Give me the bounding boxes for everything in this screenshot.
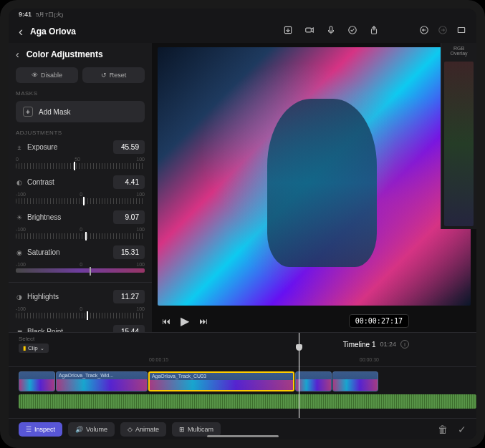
status-bar: 9:41 5月7日(火) <box>9 9 476 20</box>
timeline-clip[interactable] <box>332 371 378 391</box>
clip-label: AgaOrlova_Track_Wid... <box>59 373 113 378</box>
import-icon[interactable] <box>283 25 293 38</box>
share-icon[interactable] <box>369 25 379 38</box>
adjustment-highlights: ◑Highlights 11.27 -1000100 <box>16 290 145 319</box>
viewer-area: ⏮ ▶ ⏭ 00:00:27:17 <box>152 43 476 332</box>
fullscreen-icon[interactable] <box>456 25 466 38</box>
svg-rect-2 <box>330 26 332 31</box>
adjustments-section-label: ADJUSTMENTS <box>16 130 145 136</box>
adjustment-brightness: ☀Brightness 9.07 -1000100 <box>16 210 145 240</box>
reset-button[interactable]: ↺ Reset <box>82 67 145 83</box>
voiceover-icon[interactable] <box>326 25 336 38</box>
clip-label: AgaOrlova_Track_CU03 <box>152 374 206 379</box>
animate-icon: ◇ <box>128 426 133 433</box>
playhead[interactable] <box>299 333 299 418</box>
inspect-icon: ☰ <box>26 426 32 433</box>
adjustment-slider[interactable]: -1000100 <box>16 262 145 275</box>
timeline-name: Timeline 1 <box>343 341 376 349</box>
home-indicator[interactable] <box>207 435 279 437</box>
status-time: 9:41 <box>19 11 32 18</box>
clip-selector[interactable]: ▮ Clip ⌄ <box>19 344 49 353</box>
adjustment-black-point: ◼Black Point 15.44 -1000100 <box>16 325 145 332</box>
animate-button[interactable]: ◇ Animate <box>120 422 166 437</box>
scope-label: RGB Overlay <box>441 43 476 59</box>
video-viewer[interactable] <box>158 47 471 306</box>
adjustment-label: Saturation <box>27 248 60 256</box>
redo-icon[interactable] <box>438 25 448 38</box>
adjustment-label: Contrast <box>27 178 54 186</box>
adjustment-label: Exposure <box>27 143 57 151</box>
play-button[interactable]: ▶ <box>181 314 189 328</box>
playback-controls: ⏮ ▶ ⏭ 00:00:27:17 <box>152 310 476 332</box>
volume-icon: 🔊 <box>75 426 83 433</box>
eye-icon: 👁 <box>32 72 38 79</box>
volume-button[interactable]: 🔊 Volume <box>68 422 115 437</box>
timeline-ruler[interactable]: 00:00:15 00:00:30 <box>9 356 476 367</box>
ruler-tick: 00:00:30 <box>360 357 379 362</box>
camera-icon[interactable] <box>304 25 314 38</box>
reset-icon: ↺ <box>101 72 107 79</box>
masks-section-label: MASKS <box>16 90 145 97</box>
multicam-icon: ⊞ <box>179 426 185 433</box>
multicam-button[interactable]: ⊞ Multicam <box>172 422 221 437</box>
prev-frame-button[interactable]: ⏮ <box>162 316 171 326</box>
ruler-tick: 00:00:15 <box>149 357 168 362</box>
adjustment-value-input[interactable]: 15.44 <box>113 325 145 332</box>
confirm-button[interactable]: ✓ <box>458 424 466 435</box>
adjustment-label: Highlights <box>27 293 59 301</box>
adjustment-value-input[interactable]: 9.07 <box>113 210 145 224</box>
exposure-icon: ± <box>16 144 23 151</box>
inspect-button[interactable]: ☰ Inspect <box>19 422 62 437</box>
tools-icon[interactable] <box>347 25 357 38</box>
chevron-down-icon: ⌄ <box>40 346 44 351</box>
project-name: Aga Orlova <box>30 26 76 36</box>
adjustment-slider[interactable]: -1000100 <box>16 227 145 240</box>
next-frame-button[interactable]: ⏭ <box>199 316 208 326</box>
highlights-icon: ◑ <box>16 293 23 301</box>
disable-button[interactable]: 👁 Disable <box>16 67 78 83</box>
adjustment-value-input[interactable]: 11.27 <box>113 290 145 303</box>
panel-back-button[interactable]: ‹ <box>16 49 19 60</box>
adjustment-value-input[interactable]: 45.59 <box>113 140 145 154</box>
brightness-icon: ☀ <box>16 214 23 221</box>
timeline-clip[interactable] <box>19 371 55 391</box>
svg-rect-7 <box>458 28 464 33</box>
adjustment-exposure: ±Exposure 45.59 050100 <box>16 140 145 170</box>
adjustment-slider[interactable]: 050100 <box>16 157 145 170</box>
svg-point-3 <box>349 26 357 34</box>
adjustment-contrast: ◐Contrast 4.41 -1000100 <box>16 175 145 205</box>
inspector-panel: ‹ Color Adjustments 👁 Disable ↺ Reset MA… <box>9 43 152 332</box>
timeline-area: Select ▮ Clip ⌄ Timeline 1 01:24 i 00:00… <box>9 332 476 418</box>
timeline-clip[interactable]: AgaOrlova_Track_CU03 <box>148 371 294 391</box>
top-toolbar: ‹ Aga Orlova <box>9 20 476 43</box>
timeline-select-label: Select <box>19 336 49 342</box>
back-button[interactable]: ‹ <box>19 24 23 39</box>
add-mask-button[interactable]: + Add Mask <box>16 101 145 122</box>
adjustment-slider[interactable]: -1000100 <box>16 192 145 205</box>
info-icon[interactable]: i <box>400 340 409 349</box>
plus-icon: + <box>23 107 33 117</box>
audio-track[interactable] <box>19 394 476 409</box>
video-track[interactable]: AgaOrlova_Track_Wid...AgaOrlova_Track_CU… <box>9 371 476 391</box>
svg-rect-1 <box>306 28 312 32</box>
contrast-icon: ◐ <box>16 179 23 186</box>
adjustment-label: Brightness <box>27 213 61 221</box>
undo-icon[interactable] <box>419 25 429 38</box>
timeline-clip[interactable]: AgaOrlova_Track_Wid... <box>56 371 148 391</box>
timeline-duration: 01:24 <box>380 341 396 348</box>
scope-panel: RGB Overlay <box>441 43 476 229</box>
panel-title: Color Adjustments <box>27 49 103 59</box>
adjustment-value-input[interactable]: 4.41 <box>113 175 145 189</box>
timecode-display[interactable]: 00:00:27:17 <box>349 314 409 328</box>
saturation-icon: ◉ <box>16 249 23 256</box>
adjustment-slider[interactable]: -1000100 <box>16 306 145 319</box>
rgb-overlay-scope[interactable] <box>444 62 474 226</box>
adjustment-saturation: ◉Saturation 15.31 -1000100 <box>16 245 145 275</box>
adjustment-value-input[interactable]: 15.31 <box>113 245 145 259</box>
status-date: 5月7日(火) <box>36 11 63 19</box>
delete-button[interactable]: 🗑 <box>438 424 448 435</box>
timeline-clip[interactable] <box>295 371 332 391</box>
